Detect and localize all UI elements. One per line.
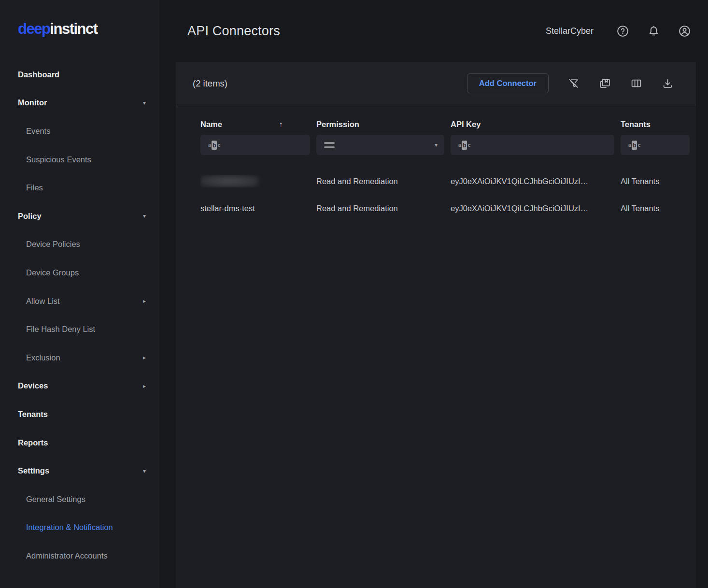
sidebar-item-label: Tenants	[18, 410, 48, 419]
table-filter-row: abc ▾ abc abc	[176, 135, 696, 155]
sidebar-item-dashboard[interactable]: Dashboard	[0, 60, 159, 89]
permission-cell: Read and Remediation	[316, 177, 444, 186]
sidebar-item-devices[interactable]: Devices ▸	[0, 372, 159, 401]
sidebar-item-label: Allow List	[26, 297, 60, 306]
help-icon[interactable]	[616, 24, 629, 38]
sidebar-item-label: Device Policies	[26, 240, 80, 249]
tenant-label[interactable]: StellarCyber	[546, 26, 594, 36]
saved-views-icon[interactable]	[598, 77, 611, 90]
api-key-filter-input[interactable]: abc	[451, 135, 614, 155]
column-label: Name	[200, 120, 222, 129]
sidebar-item-label: Files	[26, 183, 43, 192]
table-row[interactable]: stellar-dms-test Read and Remediation ey…	[176, 195, 696, 222]
name-cell: stellar-dms-test	[200, 204, 310, 213]
permission-filter-select[interactable]: ▾	[316, 135, 444, 155]
columns-icon[interactable]	[629, 77, 643, 90]
table-body: Read and Remediation eyJ0eXAiOiJKV1QiLCJ…	[176, 168, 696, 222]
tenants-cell: All Tenants	[621, 177, 690, 186]
sidebar-item-label: Devices	[18, 381, 48, 390]
page-title: API Connectors	[187, 24, 280, 39]
sidebar-item-administrator-accounts[interactable]: Administrator Accounts	[0, 542, 159, 570]
sidebar-item-label: Policy	[18, 212, 42, 221]
column-label: Permission	[316, 120, 359, 129]
column-header-permission[interactable]: Permission	[316, 120, 444, 129]
chevron-down-icon: ▾	[435, 142, 438, 148]
notifications-bell-icon[interactable]	[647, 24, 660, 38]
sidebar-item-label: Exclusion	[26, 353, 60, 362]
chevron-down-icon: ▾	[143, 468, 146, 474]
sidebar-item-suspicious-events[interactable]: Suspicious Events	[0, 145, 159, 174]
sidebar-item-general-settings[interactable]: General Settings	[0, 485, 159, 514]
sidebar-item-label: File Hash Deny List	[26, 325, 95, 334]
name-filter-input[interactable]: abc	[200, 135, 310, 155]
tenants-filter-field[interactable]	[646, 141, 683, 149]
permission-cell: Read and Remediation	[316, 204, 444, 213]
chevron-down-icon: ▾	[143, 213, 146, 219]
export-download-icon[interactable]	[661, 77, 674, 90]
column-label: API Key	[451, 120, 481, 129]
top-header: API Connectors StellarCyber	[159, 0, 708, 62]
sidebar-item-label: Administrator Accounts	[26, 551, 108, 560]
api-key-filter-field[interactable]	[476, 141, 608, 149]
sidebar-item-device-policies[interactable]: Device Policies	[0, 230, 159, 259]
deep-instinct-logo: deepinstinct	[18, 20, 159, 38]
logo-deep-text: deep	[18, 20, 50, 37]
sidebar-item-label: Device Groups	[26, 268, 79, 277]
sidebar-item-allow-list[interactable]: Allow List ▸	[0, 287, 159, 316]
sidebar-item-label: General Settings	[26, 495, 85, 504]
tenants-filter-input[interactable]: abc	[621, 135, 690, 155]
grid-toolbar: (2 items) Add Connector	[176, 62, 696, 105]
logo-instinct-text: instinct	[50, 20, 97, 37]
sidebar-item-integration-notification[interactable]: Integration & Notification	[0, 514, 159, 542]
equals-operator-icon	[324, 142, 335, 148]
sidebar-item-label: Integration & Notification	[26, 523, 113, 532]
sidebar-item-label: Dashboard	[18, 70, 59, 79]
api-key-cell: eyJ0eXAiOiJKV1QiLCJhbGciOiJIUzI…	[451, 177, 614, 186]
column-header-name[interactable]: Name ↑	[200, 120, 310, 129]
toolbar-actions: Add Connector	[467, 73, 674, 93]
items-count: (2 items)	[193, 78, 227, 89]
name-cell	[200, 175, 310, 187]
sidebar-item-policy[interactable]: Policy ▾	[0, 202, 159, 230]
sidebar-item-files[interactable]: Files	[0, 173, 159, 202]
name-filter-field[interactable]	[226, 141, 303, 149]
sidebar-item-monitor[interactable]: Monitor ▾	[0, 89, 159, 117]
sidebar-item-exclusion[interactable]: Exclusion ▸	[0, 344, 159, 372]
sidebar-item-label: Suspicious Events	[26, 155, 91, 164]
chevron-right-icon: ▸	[143, 383, 146, 389]
sidebar-item-label: Settings	[18, 466, 49, 475]
header-actions: StellarCyber	[546, 24, 691, 38]
column-header-api-key[interactable]: API Key	[451, 120, 614, 129]
sidebar-item-events[interactable]: Events	[0, 117, 159, 145]
table-header-row: Name ↑ Permission API Key Tenants	[176, 115, 696, 133]
chevron-right-icon: ▸	[143, 298, 146, 304]
account-icon[interactable]	[678, 24, 691, 38]
tenants-cell: All Tenants	[621, 204, 690, 213]
api-key-cell: eyJ0eXAiOiJKV1QiLCJhbGciOiJIUzI…	[451, 204, 614, 213]
table-row[interactable]: Read and Remediation eyJ0eXAiOiJKV1QiLCJ…	[176, 168, 696, 195]
sidebar-item-settings[interactable]: Settings ▾	[0, 457, 159, 485]
sidebar-nav: Dashboard Monitor ▾ Events Suspicious Ev…	[0, 60, 159, 570]
text-filter-icon: abc	[458, 141, 471, 150]
sort-ascending-icon[interactable]: ↑	[279, 120, 283, 128]
sidebar-item-file-hash-deny-list[interactable]: File Hash Deny List	[0, 315, 159, 344]
add-connector-button[interactable]: Add Connector	[467, 73, 549, 93]
connectors-panel: (2 items) Add Connector	[176, 62, 696, 588]
text-filter-icon: abc	[208, 141, 221, 150]
column-label: Tenants	[621, 120, 651, 129]
clear-filters-icon[interactable]	[566, 77, 580, 90]
main-area: API Connectors StellarCyber	[159, 0, 708, 588]
redacted-name-blur	[200, 175, 258, 187]
sidebar: deepinstinct Dashboard Monitor ▾ Events …	[0, 0, 159, 588]
sidebar-item-device-groups[interactable]: Device Groups	[0, 258, 159, 287]
text-filter-icon: abc	[628, 141, 641, 150]
sidebar-item-label: Reports	[18, 438, 48, 447]
chevron-right-icon: ▸	[143, 355, 146, 360]
column-header-tenants[interactable]: Tenants	[621, 120, 690, 129]
sidebar-item-reports[interactable]: Reports	[0, 429, 159, 457]
sidebar-item-tenants[interactable]: Tenants	[0, 400, 159, 429]
chevron-down-icon: ▾	[143, 100, 146, 106]
sidebar-item-label: Events	[26, 127, 50, 136]
sidebar-item-label: Monitor	[18, 98, 47, 107]
